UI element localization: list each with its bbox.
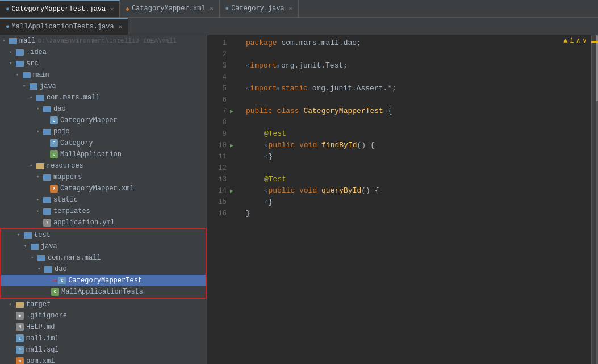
tab-mall-app-tests[interactable]: ● MallApplicationTests.java ✕ [0, 18, 128, 35]
semicolon2: ; [343, 60, 348, 72]
tree-item-label: Category [60, 138, 93, 148]
code-line-4 [246, 72, 591, 83]
tree-java[interactable]: java [0, 81, 207, 92]
line-num-10: 10 [207, 140, 227, 151]
tab-close-btn[interactable]: ✕ [110, 6, 114, 12]
tree-mall-app-tests[interactable]: C MallApplicationTests [1, 286, 206, 298]
tree-idea[interactable]: .idea [0, 47, 207, 58]
java-c-icon: C [51, 288, 59, 296]
tree-item-label: HELP.md [26, 322, 55, 332]
folder-icon [30, 83, 37, 90]
gutter-13 [230, 174, 241, 185]
tree-mall-iml[interactable]: I mall.iml [0, 333, 207, 344]
yml-file-icon: Y [43, 219, 51, 227]
code-line-16: } [246, 208, 591, 219]
tree-templates[interactable]: templates [0, 206, 207, 217]
tree-mall-app[interactable]: C MallApplication [0, 149, 207, 160]
tree-root[interactable]: mall D:\JavaEnvironment\IntelliJ IDEA\ma… [0, 35, 207, 47]
tree-item-label: test [34, 230, 51, 240]
fold-icon2[interactable]: ◁ [275, 86, 278, 92]
arrow-icon [36, 195, 43, 205]
tree-app-yml[interactable]: Y application.yml [0, 217, 207, 228]
nav-up-icon[interactable]: ∧ [576, 36, 580, 45]
run-class-btn[interactable]: ▶ [230, 108, 233, 115]
tree-item-label: mall.iml [26, 333, 59, 344]
tab-label: MallApplicationTests.java [12, 23, 114, 31]
annotation-test2: @Test [264, 174, 286, 185]
tree-src[interactable]: src [0, 58, 207, 69]
keyword-class: class [277, 106, 304, 117]
arrow-icon [36, 104, 43, 114]
line-num-8: 8 [207, 117, 227, 128]
tab-category-mapper-test[interactable]: ● CategoryMapperTest.java ✕ [0, 0, 120, 17]
code-line-11: ◁ } [246, 151, 591, 162]
close-brace1: } [268, 151, 273, 162]
tree-cat-mapper-test[interactable]: → C CategoryMapperTest [1, 275, 206, 286]
fold-marker-5[interactable]: ◁ [246, 83, 249, 94]
arrow-icon [30, 161, 36, 171]
tree-main[interactable]: main [0, 69, 207, 81]
scrollbar-handle[interactable] [596, 35, 598, 101]
tree-mall-sql[interactable]: S mall.sql [0, 344, 207, 355]
folder-icon [16, 49, 24, 56]
java-c-icon: C [50, 116, 58, 124]
tree-item-label: pojo [53, 127, 70, 137]
scrollbar-track[interactable] [591, 35, 598, 364]
gutter-5 [230, 83, 241, 94]
gutter-14: ▶ [230, 185, 241, 196]
tree-category[interactable]: C Category [0, 137, 207, 149]
bookmark-14[interactable]: ◁ [264, 185, 267, 196]
semicolon: ; [357, 37, 361, 49]
tree-item-label: CatagoryMapper.xml [60, 183, 134, 194]
tree-item-label: templates [53, 206, 90, 216]
folder-icon [43, 174, 51, 181]
tree-test-dao[interactable]: dao [1, 263, 206, 275]
nav-down-icon[interactable]: ∨ [583, 36, 587, 45]
run-method1-btn[interactable]: ▶ [230, 142, 233, 149]
tree-target[interactable]: target [0, 299, 207, 310]
run-method2-btn[interactable]: ▶ [230, 187, 233, 194]
tab-close-btn[interactable]: ✕ [119, 23, 122, 30]
code-line-8 [246, 117, 591, 128]
tab-close-btn[interactable]: ✕ [210, 5, 214, 12]
md-file-icon: M [16, 323, 24, 331]
tree-resources[interactable]: resources [0, 160, 207, 171]
keyword-public3: public [268, 185, 299, 196]
line-num-4: 4 [207, 72, 227, 83]
folder-icon [16, 61, 24, 67]
tree-com-mars-mall[interactable]: com.mars.mall [0, 92, 207, 103]
arrow-icon [36, 172, 43, 182]
tree-pojo[interactable]: pojo [0, 126, 207, 137]
arrow-icon [36, 127, 43, 137]
gutter-1 [230, 37, 241, 49]
tree-catag-mapper-xml[interactable]: X CatagoryMapper.xml [0, 183, 207, 194]
tree-help-md[interactable]: M HELP.md [0, 321, 207, 333]
tree-item-label: dao [55, 264, 67, 274]
tree-category-mapper[interactable]: C CategoryMapper [0, 115, 207, 126]
warning-count: 1 [570, 37, 574, 45]
editor-content: ▲ 1 ∧ ∨ 1 2 3 4 5 6 7 8 9 10 11 [207, 35, 598, 364]
tree-pom-xml[interactable]: m pom.xml [0, 355, 207, 364]
import-path-1: org.junit.Test [281, 60, 343, 72]
tab-catag-mapper-xml[interactable]: ◆ CatagoryMapper.xml ✕ [120, 0, 219, 17]
tree-gitignore[interactable]: ■ .gitignore [0, 310, 207, 321]
fold-icon[interactable]: ◁ [275, 63, 278, 69]
tree-item-label: src [26, 58, 39, 69]
gutter-12 [230, 162, 241, 174]
tree-dao[interactable]: dao [0, 103, 207, 115]
code-line-15: ◁ } [246, 196, 591, 208]
code-editor[interactable]: ◁ ◁ package com.mars.mall.dao ; [241, 35, 591, 364]
tree-test-java[interactable]: java [1, 241, 206, 252]
fold-marker-3[interactable]: ◁ [246, 60, 249, 72]
arrow-icon [2, 36, 9, 46]
tree-test[interactable]: test [1, 229, 206, 241]
tree-test-com-mars-mall[interactable]: com.mars.mall [1, 252, 206, 263]
tab-category-java[interactable]: ● Category.java ✕ [220, 0, 299, 17]
tab-close-btn[interactable]: ✕ [289, 5, 292, 12]
open-brace: { [388, 106, 392, 117]
tree-mappers[interactable]: mappers [0, 171, 207, 183]
tree-static[interactable]: static [0, 194, 207, 206]
method-query-by-id: queryById [321, 185, 361, 196]
arrow-icon [9, 47, 16, 57]
bookmark-10[interactable]: ◁ [264, 140, 267, 151]
